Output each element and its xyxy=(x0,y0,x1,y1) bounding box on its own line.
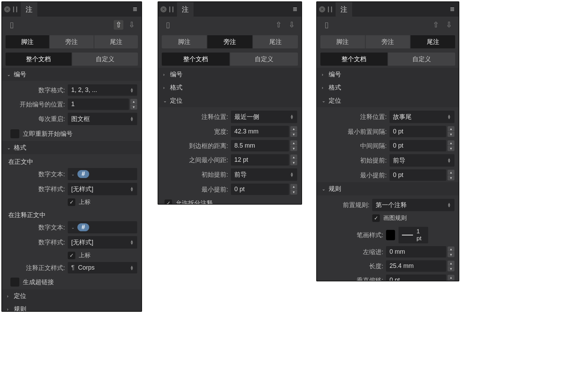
tab-footnote[interactable]: 脚注 xyxy=(6,35,49,48)
bookmark-icon[interactable]: ▯ xyxy=(7,20,17,30)
menu-icon[interactable]: ≡ xyxy=(131,5,139,14)
arrow-up-icon[interactable]: ⇧ xyxy=(274,20,283,30)
draw-rule-checkbox[interactable]: ✓ xyxy=(372,214,380,222)
tab-whole-doc[interactable]: 整个文档 xyxy=(320,53,387,66)
mid-gap-stepper[interactable]: ▲▼ xyxy=(448,140,454,151)
left-indent-input[interactable]: 0 mm xyxy=(386,246,446,258)
min-pre-gap-stepper[interactable]: ▲▼ xyxy=(448,126,454,137)
close-icon[interactable]: ✕ xyxy=(4,6,10,12)
tab-footnote[interactable]: 脚注 xyxy=(320,35,365,48)
length-stepper[interactable]: ▲▼ xyxy=(448,261,454,271)
voffset-input[interactable]: 0 pt xyxy=(386,274,446,281)
gen-hyperlink-checkbox[interactable] xyxy=(10,278,19,287)
number-style-select-2[interactable]: [无样式] ▲▼ xyxy=(68,236,137,249)
mid-gap-input[interactable]: 0 pt xyxy=(389,140,446,151)
paragraph-icon: ¶ xyxy=(71,264,75,271)
arrow-up-icon[interactable]: ⇧ xyxy=(431,20,441,30)
section-format[interactable]: › 格式 xyxy=(158,81,301,94)
initial-advance-select[interactable]: 前导 ▲▼ xyxy=(389,154,454,167)
min-between-input[interactable]: 12 pt xyxy=(231,154,289,166)
tab-sidenote[interactable]: 旁注 xyxy=(366,35,410,48)
panel-tab[interactable]: 注 xyxy=(21,2,37,17)
restart-select[interactable]: 图文框 ▲▼ xyxy=(68,113,137,125)
arrow-down-icon[interactable]: ⇩ xyxy=(444,20,454,30)
width-stepper[interactable]: ▲▼ xyxy=(290,126,297,137)
tab-endnote[interactable]: 尾注 xyxy=(94,35,138,48)
length-input[interactable]: 25.4 mm xyxy=(386,260,446,272)
number-format-select[interactable]: 1, 2, 3, ... ▲▼ xyxy=(68,84,137,96)
arrow-down-icon[interactable]: ⇩ xyxy=(127,20,137,30)
pre-rule-select[interactable]: 第一个注释 ▲▼ xyxy=(372,199,454,211)
note-type-tabs: 脚注 旁注 尾注 xyxy=(158,33,301,50)
arrow-up-icon[interactable]: ⇧ xyxy=(114,20,123,30)
tab-footnote[interactable]: 脚注 xyxy=(162,35,207,48)
number-style-select[interactable]: [无样式] ▲▼ xyxy=(68,183,137,195)
stroke-weight-select[interactable]: 1 pt xyxy=(398,227,428,243)
tab-whole-doc[interactable]: 整个文档 xyxy=(162,53,229,66)
start-at-label: 开始编号的位置: xyxy=(6,100,65,109)
min-between-label: 之间最小间距: xyxy=(162,156,228,164)
width-input[interactable]: 42.3 mm xyxy=(231,126,289,137)
min-advance-stepper[interactable]: ▲▼ xyxy=(448,170,454,180)
panel-tab[interactable]: 注 xyxy=(177,2,194,17)
section-positioning[interactable]: ⌄ 定位 xyxy=(317,94,459,107)
caret-icon: ▲▼ xyxy=(130,187,134,192)
section-positioning[interactable]: › 定位 xyxy=(2,289,141,302)
close-icon[interactable]: ✕ xyxy=(160,6,167,12)
section-label: 格式 xyxy=(170,83,182,92)
arrow-down-icon[interactable]: ⇩ xyxy=(287,20,297,30)
min-advance-input[interactable]: 0 pt xyxy=(231,184,289,195)
restart-now-checkbox[interactable] xyxy=(10,129,19,138)
superscript-checkbox[interactable]: ✓ xyxy=(68,198,75,206)
min-between-stepper[interactable]: ▲▼ xyxy=(290,155,297,165)
dock-icon[interactable]: ▎▎ xyxy=(13,7,18,12)
section-numbering[interactable]: › 编号 xyxy=(158,68,301,81)
bookmark-icon[interactable]: ▯ xyxy=(163,20,173,30)
caret-icon: ▲▼ xyxy=(447,203,451,207)
section-rules[interactable]: › 规则 xyxy=(2,302,141,312)
left-indent-stepper[interactable]: ▲▼ xyxy=(448,246,454,257)
note-pos-select[interactable]: 故事尾 ▲▼ xyxy=(389,111,454,123)
voffset-stepper[interactable]: ▲▼ xyxy=(448,275,454,281)
width-label: 宽度: xyxy=(162,128,228,136)
menu-icon[interactable]: ≡ xyxy=(448,5,457,14)
tab-endnote[interactable]: 尾注 xyxy=(411,35,455,48)
hash-icon: # xyxy=(77,223,89,231)
dock-icon[interactable]: ▎▎ xyxy=(328,7,333,12)
start-at-input[interactable]: 1 xyxy=(68,99,129,110)
min-pre-gap-input[interactable]: 0 pt xyxy=(389,126,446,137)
tab-custom[interactable]: 自定义 xyxy=(72,53,138,66)
tab-sidenote[interactable]: 旁注 xyxy=(50,35,93,48)
section-positioning[interactable]: ⌄ 定位 xyxy=(158,94,301,107)
section-numbering[interactable]: ⌄ 编号 xyxy=(2,68,141,81)
dist-frame-stepper[interactable]: ▲▼ xyxy=(290,140,297,151)
dock-icon[interactable]: ▎▎ xyxy=(169,7,174,12)
footnote-panel: ✕ ▎▎ 注 ≡ ▯ ⇧ ⇩ 脚注 旁注 尾注 整个文档 自定义 ⌄ 编号 数字… xyxy=(1,1,142,312)
stroke-color-swatch[interactable] xyxy=(386,230,395,240)
number-text-field[interactable]: ⌄ # xyxy=(68,168,137,180)
note-body-style-select[interactable]: ¶Corps ▲▼ xyxy=(68,262,137,273)
initial-advance-select[interactable]: 前导 ▲▼ xyxy=(231,168,297,181)
min-advance-stepper[interactable]: ▲▼ xyxy=(290,184,297,195)
allow-split-checkbox[interactable]: ✓ xyxy=(165,199,172,205)
start-at-stepper[interactable]: ▲▼ xyxy=(130,99,137,110)
dist-frame-input[interactable]: 8.5 mm xyxy=(231,140,289,151)
tab-endnote[interactable]: 尾注 xyxy=(253,35,298,48)
note-body-style-label: 注释正文样式: xyxy=(6,264,65,272)
tab-custom[interactable]: 自定义 xyxy=(230,53,298,66)
menu-icon[interactable]: ≡ xyxy=(291,5,299,14)
close-icon[interactable]: ✕ xyxy=(319,6,325,12)
bookmark-icon[interactable]: ▯ xyxy=(322,20,331,30)
min-advance-input[interactable]: 0 pt xyxy=(389,169,446,181)
number-text-field-2[interactable]: ⌄ # xyxy=(68,221,137,233)
tab-whole-doc[interactable]: 整个文档 xyxy=(6,53,72,66)
tab-custom[interactable]: 自定义 xyxy=(388,53,455,66)
section-rules[interactable]: ⌄ 规则 xyxy=(317,182,459,195)
tab-sidenote[interactable]: 旁注 xyxy=(207,35,252,48)
section-format[interactable]: › 格式 xyxy=(317,81,459,94)
note-pos-select[interactable]: 最近一侧 ▲▼ xyxy=(231,111,297,123)
section-numbering[interactable]: › 编号 xyxy=(317,68,459,81)
panel-tab[interactable]: 注 xyxy=(336,2,352,17)
superscript-checkbox-2[interactable]: ✓ xyxy=(68,252,75,259)
section-format[interactable]: ⌄ 格式 xyxy=(2,141,141,154)
